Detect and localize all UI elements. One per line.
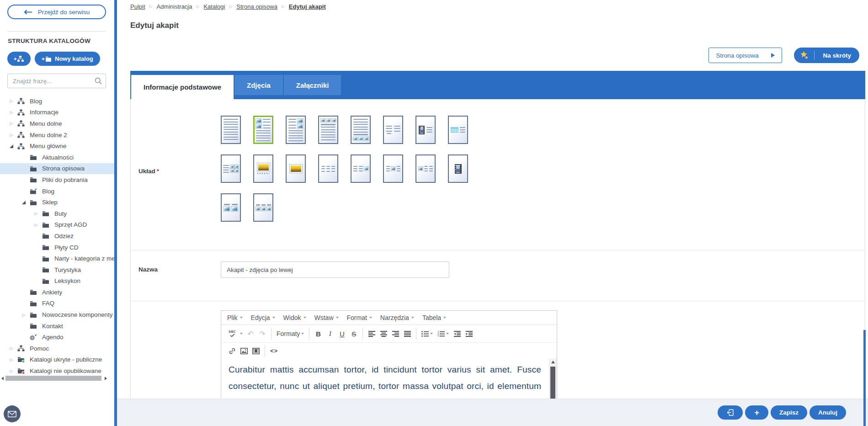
tree-item-menu-dolne[interactable]: ▷Menu dolne: [0, 118, 114, 129]
spellcheck-button[interactable]: ABC: [227, 328, 238, 340]
insert-media-button[interactable]: [250, 345, 261, 357]
tree-item-pliki-do-pobrania[interactable]: Pliki do pobrania: [0, 174, 114, 186]
layout-option-table-text[interactable]: [448, 116, 468, 144]
tree-item-informacje[interactable]: ▷Informacje: [0, 107, 114, 118]
shortcuts-button[interactable]: Na skróty: [794, 48, 859, 63]
tree-expander[interactable]: [5, 144, 17, 148]
messages-button[interactable]: [4, 405, 21, 422]
tree-expander[interactable]: ▷: [30, 223, 42, 227]
tree-expander[interactable]: ▷: [5, 110, 17, 115]
tab-informacje-podstawowe[interactable]: Informacje podstawowe: [131, 75, 234, 99]
cancel-button[interactable]: Anuluj: [809, 405, 846, 420]
tree-item-katalogi-ukryte-publiczne[interactable]: ▷Katalogi ukryte - publiczne: [0, 354, 114, 366]
go-to-site-button[interactable]: Przejdź do serwisu: [7, 5, 106, 19]
layout-option-image-caption[interactable]: [253, 154, 273, 183]
tree-item-agendo[interactable]: Agendo: [0, 331, 114, 343]
layout-option-three-columns[interactable]: [318, 154, 338, 183]
tree-item-blog[interactable]: ▷Blog: [0, 96, 114, 107]
tree-expander[interactable]: [18, 201, 30, 204]
editor-scrollbar-thumb[interactable]: [550, 367, 555, 402]
tree-item-katalogi-nie-opublikowane[interactable]: ▷Katalogi nie opublikowane: [0, 365, 114, 374]
indent-button[interactable]: [463, 328, 474, 340]
expand-closed-icon[interactable]: ▷: [22, 313, 26, 317]
tree-expander[interactable]: ▷: [5, 357, 17, 362]
editor-menu-edycja[interactable]: Edycja: [247, 314, 279, 321]
redo-button[interactable]: ↷: [257, 328, 268, 340]
breadcrumb-katalogi[interactable]: Katalogi: [203, 3, 225, 10]
tree-item-odzież[interactable]: Odzież: [0, 230, 114, 242]
search-icon[interactable]: [95, 77, 102, 85]
tree-item-ankiety[interactable]: Ankiety: [0, 287, 114, 298]
tree-expander[interactable]: ▷: [18, 313, 30, 317]
tree-item-menu-dolne-2[interactable]: ▷Menu dolne 2: [0, 129, 114, 141]
tree-item-nowoczesne-komponenty[interactable]: ▷Nowoczesne komponenty: [0, 309, 114, 320]
layout-option-three-images-headers[interactable]: [253, 193, 273, 222]
scroll-left-arrow-icon[interactable]: [1, 377, 4, 380]
layout-option-images-left-text-selected[interactable]: [253, 116, 273, 144]
insert-image-button[interactable]: [239, 345, 250, 357]
breadcrumb-pulpit[interactable]: Pulpit: [130, 3, 145, 10]
tree-item-strona-opisowa[interactable]: Strona opisowa: [0, 163, 114, 175]
save-button[interactable]: Zapisz: [771, 405, 807, 420]
tree-item-sklep[interactable]: Sklep: [0, 197, 114, 208]
tree-horizontal-scrollbar[interactable]: [0, 375, 114, 382]
tree-item-kontakt[interactable]: Kontakt: [0, 320, 114, 332]
outdent-button[interactable]: [452, 328, 463, 340]
expand-closed-icon[interactable]: ▷: [10, 357, 13, 362]
align-center-button[interactable]: [378, 328, 389, 340]
layout-option-lines-image-middle[interactable]: [383, 154, 403, 183]
expand-closed-icon[interactable]: ▷: [10, 110, 13, 115]
breadcrumb-strona-opisowa[interactable]: Strona opisowa: [236, 3, 277, 10]
editor-menu-narzędzia[interactable]: Narzędzia: [376, 314, 418, 321]
tree-expander[interactable]: ▷: [30, 211, 42, 216]
save-and-return-button[interactable]: [718, 405, 743, 420]
layout-option-text-image-grid[interactable]: [221, 154, 241, 183]
tree-expander[interactable]: ▷: [5, 346, 17, 351]
layout-option-two-columns[interactable]: [383, 116, 403, 144]
expand-open-icon[interactable]: [22, 201, 26, 204]
expand-closed-icon[interactable]: ▷: [10, 369, 13, 373]
page-scrollbar-thumb[interactable]: [863, 330, 866, 426]
strikethrough-button[interactable]: S: [348, 328, 359, 340]
add-structure-button[interactable]: [7, 52, 31, 66]
layout-option-text-images-bottom[interactable]: [351, 116, 371, 144]
align-justify-button[interactable]: [402, 328, 413, 340]
expand-open-icon[interactable]: [10, 144, 13, 148]
editor-menu-tabela[interactable]: Tabela: [418, 314, 450, 321]
search-input[interactable]: [12, 77, 95, 85]
context-page-button[interactable]: Strona opisowa: [708, 48, 782, 63]
tree-item-narty-kategoria-z-me[interactable]: Narty - kategoria z me: [0, 253, 114, 264]
name-input[interactable]: [221, 261, 449, 278]
tab-zdjęcia[interactable]: Zdjęcia: [234, 75, 283, 95]
underline-button[interactable]: U: [336, 328, 347, 340]
formats-dropdown[interactable]: Formaty: [275, 328, 306, 340]
tree-item-aktualności[interactable]: Aktualności: [0, 152, 114, 163]
layout-option-video-text[interactable]: [415, 116, 436, 144]
source-code-button[interactable]: <>: [268, 345, 280, 357]
expand-closed-icon[interactable]: ▷: [10, 99, 13, 103]
tree-item-leksykon[interactable]: Leksykon: [0, 276, 114, 287]
layout-option-text-images-right[interactable]: [286, 116, 306, 144]
insert-link-button[interactable]: [227, 345, 238, 357]
layout-option-image-lines[interactable]: [415, 154, 436, 183]
layout-option-images-top-text[interactable]: [318, 116, 338, 144]
expand-closed-icon[interactable]: ▷: [35, 223, 38, 227]
tree-item-turystyka[interactable]: Turystyka: [0, 264, 114, 276]
tree-expander[interactable]: ▷: [5, 369, 17, 373]
scrollbar-thumb[interactable]: [5, 376, 101, 381]
tree-item-pomoc[interactable]: ▷Pomoc: [0, 343, 114, 354]
tree-item-płyty-cd[interactable]: Płyty CD: [0, 242, 114, 253]
editor-menu-widok[interactable]: Widok: [279, 314, 310, 321]
expand-closed-icon[interactable]: ▷: [10, 133, 13, 137]
tab-załączniki[interactable]: Załączniki: [284, 75, 341, 95]
tree-item-menu-główne[interactable]: Menu główne: [0, 140, 114, 152]
add-button[interactable]: +: [745, 405, 768, 420]
tree-item-sprzęt-agd[interactable]: ▷Sprzęt AGD: [0, 219, 114, 231]
tree-item-buty[interactable]: ▷Buty: [0, 208, 114, 219]
scroll-up-arrow-icon[interactable]: [551, 361, 555, 363]
favorite-star-icon[interactable]: [794, 51, 814, 60]
editor-menu-format[interactable]: Format: [343, 314, 376, 321]
expand-closed-icon[interactable]: ▷: [10, 121, 13, 126]
tree-expander[interactable]: ▷: [5, 121, 17, 126]
editor-menu-wstaw[interactable]: Wstaw: [310, 314, 343, 321]
